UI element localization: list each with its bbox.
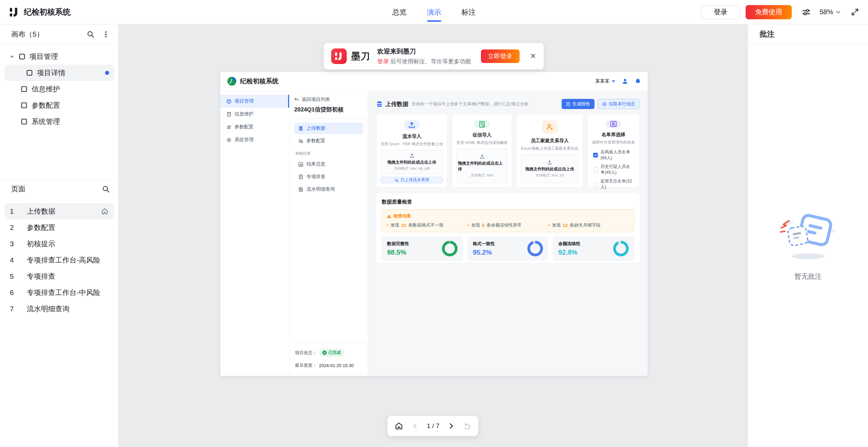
subnav-special-check[interactable]: 专项排查 <box>294 171 363 183</box>
home-button[interactable] <box>395 422 403 430</box>
page-item-review-hint[interactable]: 3 初核提示 <box>4 236 114 252</box>
fullscreen-icon[interactable] <box>851 8 859 16</box>
subnav-results-overview[interactable]: 结果总览 <box>294 158 363 170</box>
mockup-body: 项目管理 信息维护 参数配置 系统管理 <box>220 91 648 376</box>
mockup-nav-parameter-config[interactable]: 参数配置 <box>220 121 289 133</box>
option-high-risk-list[interactable]: 高风险人员名单(68人) <box>593 149 634 161</box>
canvas-tree-item-project-management[interactable]: 项目管理 <box>4 48 114 65</box>
page-number: 5 <box>10 272 27 280</box>
canvas-tree-item-parameter-config[interactable]: 参数配置 <box>4 97 114 113</box>
list-options: 高风险人员名单(68人) 历史可疑人员名单(45人) 监管关注名单(32人) <box>592 149 635 193</box>
finding-text: 条数据格式不一致 <box>408 222 443 228</box>
search-icon[interactable] <box>86 30 95 39</box>
brand-wordmark: 墨刀 <box>351 50 370 62</box>
mockup-content: 上传数据 支持在一个项目中上传多个主体/账户数据，进行汇总/独立分析 生成报告 … <box>368 91 648 376</box>
option-history-suspect-list[interactable]: 历史可疑人员名单(45人) <box>593 164 634 175</box>
annotation-header: 批注 <box>748 24 868 44</box>
mockup-nav-info-maintenance[interactable]: 信息维护 <box>220 108 289 121</box>
login-button[interactable]: 登录 <box>701 5 740 19</box>
check-circle-icon <box>322 350 327 355</box>
tab-annotate[interactable]: 标注 <box>461 5 477 19</box>
page-item-upload-data[interactable]: 1 上传数据 <box>4 203 114 219</box>
kebab-menu-icon[interactable] <box>102 30 110 39</box>
canvas-tree-item-info-maintenance[interactable]: 信息维护 <box>4 81 114 97</box>
tab-present[interactable]: 演示 <box>426 5 442 19</box>
page-label: 上传数据 <box>27 207 55 216</box>
user-name: 某某某 <box>595 78 609 84</box>
subnav-label: 流水明细查询 <box>306 186 335 192</box>
canvas-tree-item-project-detail[interactable]: 项目详情 <box>4 65 114 81</box>
banner-subtitle: 登录 后可使用标注、导出等更多功能 <box>377 58 471 65</box>
prev-page-icon[interactable] <box>411 422 419 430</box>
fetch-bank-info-button[interactable]: 拉取本行信息 <box>598 99 640 109</box>
mockup-project-subnav: 返回项目列表 2024Q1信贷部初核 上传数据 参数配置 初核结果 <box>289 91 368 376</box>
free-use-button[interactable]: 免费使用 <box>746 5 792 19</box>
subnav-flow-detail-query[interactable]: 流水明细查询 <box>294 184 363 195</box>
check-result-box: 检查结果 • 发现 23 条数据格式不一致 • <box>382 209 634 232</box>
dropzone-family[interactable]: 拖拽文件到此处或点击上传 支持格式: xlsx, xls <box>521 154 578 183</box>
bell-icon[interactable] <box>635 78 641 84</box>
preferences-sliders-icon[interactable] <box>802 8 811 17</box>
subnav-upload-data[interactable]: 上传数据 <box>294 123 363 134</box>
page-item-workbench-high-risk[interactable]: 4 专项排查工作台-高风险 <box>4 252 114 268</box>
drop-formats: 支持格式: xlsx, xls, pdf <box>394 166 430 171</box>
finding-text: 条缺失关键字段 <box>570 222 601 228</box>
page-item-flow-detail-query[interactable]: 7 流水明细查询 <box>4 301 114 317</box>
user-menu[interactable]: 某某某 <box>595 78 615 84</box>
metric-value: 95.2% <box>473 249 495 256</box>
empty-annotations-illustration <box>779 212 838 263</box>
next-page-icon[interactable] <box>447 422 455 430</box>
content-title: 上传数据 <box>385 100 408 108</box>
search-icon[interactable] <box>102 185 110 193</box>
checkbox-checked-icon[interactable] <box>593 153 598 157</box>
page-label: 专项排查工作台-高风险 <box>27 255 100 265</box>
updated-label: 最后更新： <box>295 362 317 368</box>
button-label: 生成报告 <box>572 101 590 107</box>
quality-title: 数据质量检查 <box>382 199 634 205</box>
card-flow-import: 流水导入 支持 Excel、PDF 格式文件批量上传 拖拽文件到此处或点击上传 … <box>376 114 447 188</box>
back-to-projects[interactable]: 返回项目列表 <box>294 97 363 103</box>
login-now-button[interactable]: 立即登录 <box>481 49 520 63</box>
canvases-header: 画布（5） <box>0 24 118 44</box>
mockup-nav-system-management[interactable]: 系统管理 <box>220 133 289 146</box>
mockup-nav-project-management[interactable]: 项目管理 <box>220 95 289 108</box>
page-item-parameter-config[interactable]: 2 参数配置 <box>4 219 114 236</box>
page-item-special-check[interactable]: 5 专项排查 <box>4 268 114 284</box>
dropzone-flow[interactable]: 拖拽文件到此处或点击上传 支持格式: xlsx, xls, pdf <box>381 150 443 174</box>
banner-login-link[interactable]: 登录 <box>377 58 389 65</box>
uploaded-flow-query-button[interactable]: 已上传流水查询 <box>381 177 443 183</box>
tab-overview[interactable]: 总览 <box>392 5 407 19</box>
reset-replay-icon[interactable] <box>463 422 471 430</box>
checkbox-icon[interactable] <box>593 167 598 172</box>
active-canvas-dot <box>105 71 109 75</box>
user-avatar-icon[interactable] <box>622 78 628 84</box>
nav-label: 信息维护 <box>235 111 254 117</box>
zoom-value: 58% <box>820 8 833 16</box>
page-indicator: 1 / 7 <box>427 422 440 430</box>
zoom-select[interactable]: 58% <box>820 8 841 16</box>
quality-metrics-row: 数据完整性 98.5% 格式一致性 95.2% <box>382 236 634 261</box>
finding-text: 条余额连续性异常 <box>486 222 522 228</box>
button-label: 已上传流水查询 <box>401 177 429 183</box>
topbar-right: 登录 免费使用 58% <box>701 5 868 19</box>
finding-count: 23 <box>401 223 406 228</box>
document-search-icon <box>298 187 303 192</box>
data-quality-section: 数据质量检查 检查结果 • 发现 23 <box>376 193 640 263</box>
close-icon[interactable]: ✕ <box>530 52 536 60</box>
status-value: 已完成 <box>328 350 341 356</box>
metric-value: 92.8% <box>558 249 580 256</box>
pull-download-icon <box>602 102 607 106</box>
page-item-workbench-mid-risk[interactable]: 6 专项排查工作台-中风险 <box>4 284 114 301</box>
generate-report-button[interactable]: 生成报告 <box>562 99 594 109</box>
canvas-tree-item-system-management[interactable]: 系统管理 <box>4 113 114 130</box>
finding-count: 5 <box>482 223 484 228</box>
page-number: 7 <box>10 305 27 313</box>
dropzone-credit[interactable]: 拖拽文件到此处或点击上传 支持格式: html <box>456 149 508 183</box>
option-regulator-watch-list[interactable]: 监管关注名单(32人) <box>593 178 634 190</box>
editor-topbar: 纪检初核系统 总览 演示 标注 登录 免费使用 58% <box>0 0 868 24</box>
drop-text: 拖拽文件到此处或点击上传 <box>458 161 506 172</box>
subnav-parameter-config[interactable]: 参数配置 <box>294 135 363 147</box>
back-arrow-icon <box>294 97 299 102</box>
banner-subtitle-rest: 后可使用标注、导出等更多功能 <box>390 58 471 65</box>
checkbox-icon[interactable] <box>593 182 598 187</box>
